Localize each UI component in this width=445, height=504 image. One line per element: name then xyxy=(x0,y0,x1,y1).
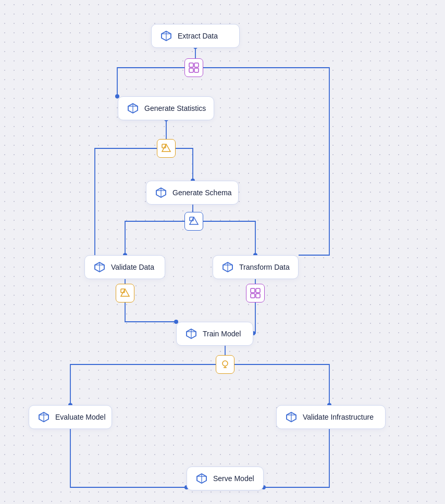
node-generate-schema-label: Generate Schema xyxy=(172,188,232,197)
node-transform-data[interactable]: Transform Data xyxy=(213,255,299,279)
cube-icon xyxy=(285,411,298,423)
node-evaluate-model[interactable]: Evaluate Model xyxy=(29,405,112,429)
node-evaluate-model-label: Evaluate Model xyxy=(55,413,106,421)
cube-icon xyxy=(195,472,208,485)
gate-condition-4[interactable] xyxy=(216,355,234,374)
cube-icon xyxy=(221,261,234,273)
node-extract-data-label: Extract Data xyxy=(178,32,218,40)
gate-condition-3[interactable] xyxy=(116,284,134,303)
node-validate-data-label: Validate Data xyxy=(111,263,154,271)
svg-rect-20 xyxy=(256,294,260,298)
gate-fan-out-1[interactable] xyxy=(184,58,203,77)
node-train-model[interactable]: Train Model xyxy=(176,322,253,346)
svg-rect-7 xyxy=(189,63,193,67)
cube-icon xyxy=(155,186,167,199)
svg-rect-19 xyxy=(251,294,255,298)
svg-rect-17 xyxy=(251,288,255,293)
svg-rect-18 xyxy=(256,288,260,293)
cube-icon xyxy=(93,261,106,273)
node-generate-statistics[interactable]: Generate Statistics xyxy=(118,96,214,120)
node-generate-schema[interactable]: Generate Schema xyxy=(146,181,239,205)
node-validate-infrastructure[interactable]: Validate Infrastructure xyxy=(276,405,386,429)
node-generate-statistics-label: Generate Statistics xyxy=(144,104,206,112)
node-train-model-label: Train Model xyxy=(203,330,241,338)
node-extract-data[interactable]: Extract Data xyxy=(151,24,240,48)
svg-rect-10 xyxy=(194,68,199,72)
cube-icon xyxy=(185,327,197,340)
gate-condition-1[interactable] xyxy=(157,139,176,158)
svg-rect-8 xyxy=(194,63,199,67)
node-serve-model[interactable]: Serve Model xyxy=(187,467,264,490)
cube-icon xyxy=(127,102,139,115)
node-transform-data-label: Transform Data xyxy=(239,263,290,271)
node-validate-infrastructure-label: Validate Infrastructure xyxy=(303,413,374,421)
gate-condition-2[interactable] xyxy=(184,212,203,231)
cube-icon xyxy=(160,30,172,42)
gate-fan-out-2[interactable] xyxy=(246,284,265,303)
node-validate-data[interactable]: Validate Data xyxy=(84,255,165,279)
node-serve-model-label: Serve Model xyxy=(213,474,254,483)
svg-point-21 xyxy=(222,361,228,366)
cube-icon xyxy=(38,411,50,423)
svg-rect-9 xyxy=(189,68,193,72)
